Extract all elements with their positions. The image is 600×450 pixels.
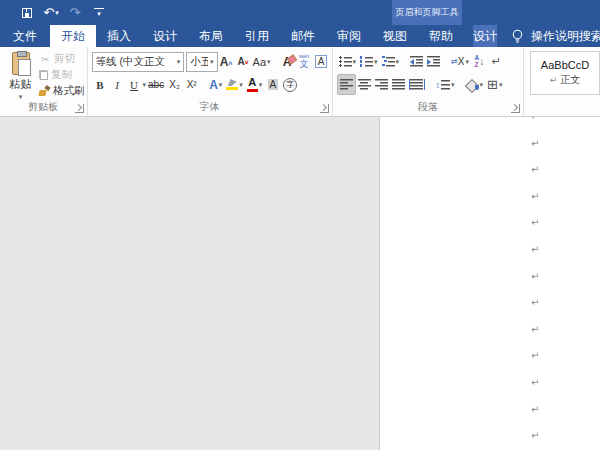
multilevel-list-button[interactable]: ▾ [380, 51, 402, 72]
clear-formatting-button[interactable]: A [279, 51, 296, 72]
line-spacing-icon: ↕ [436, 79, 451, 90]
distribute-button[interactable] [407, 74, 427, 95]
font-group-label: 字体 [88, 100, 332, 116]
character-border-button[interactable]: A [313, 51, 330, 72]
font-name-dropdown-icon: ▾ [177, 58, 181, 65]
contextual-tab-group-header: 页眉和页脚工具 [392, 0, 462, 25]
tab-home[interactable]: 开始 [50, 25, 96, 47]
tab-file[interactable]: 文件 [0, 25, 50, 47]
tab-mailings[interactable]: 邮件 [280, 25, 326, 47]
increase-indent-icon [427, 56, 440, 67]
paragraph-mark: ↵ [531, 192, 539, 202]
redo-icon: ↷ [70, 6, 81, 19]
title-bar: ↶▾ ↷ ▾ 页眉和页脚工具 [0, 0, 600, 25]
scissors-icon: ✂ [39, 54, 51, 65]
paragraph-mark: ↵ [531, 272, 539, 282]
tab-view[interactable]: 视图 [372, 25, 418, 47]
ribbon: 粘贴 ▾ ✂剪切 复制 格式刷 剪贴板 等线 (中文正文▾ 小五▾ A˄ A˅ [0, 47, 600, 117]
tab-layout[interactable]: 布局 [188, 25, 234, 47]
italic-button[interactable]: I [109, 74, 126, 95]
shading-button[interactable]: ▾ [464, 74, 486, 95]
tab-help[interactable]: 帮助 [418, 25, 464, 47]
undo-icon: ↶ [43, 6, 54, 19]
font-name-combobox[interactable]: 等线 (中文正文▾ [92, 52, 185, 72]
decrease-indent-button[interactable] [408, 51, 425, 72]
justify-button[interactable] [390, 74, 407, 95]
subscript-button[interactable]: X₂ [166, 74, 183, 95]
tab-headerfooter-design[interactable]: 设计 [473, 25, 497, 47]
clipboard-group: 粘贴 ▾ ✂剪切 复制 格式刷 剪贴板 [0, 47, 88, 116]
font-size-combobox[interactable]: 小五▾ [186, 52, 217, 72]
phonetic-guide-icon: wén文 [299, 54, 309, 69]
text-effects-button[interactable]: A▾ [207, 74, 224, 95]
paragraph-mark: ↵ [531, 139, 539, 149]
qat-customize-button[interactable]: ▾ [88, 2, 110, 23]
undo-dropdown-icon[interactable]: ▾ [55, 9, 59, 17]
paste-dropdown-icon[interactable]: ▾ [19, 93, 23, 100]
highlight-icon [226, 79, 238, 90]
font-color-button[interactable]: A▾ [245, 74, 265, 95]
ribbon-tab-bar: 文件 开始 插入 设计 布局 引用 邮件 审阅 视图 帮助 设计 操作说明搜索 [0, 25, 600, 47]
character-shading-button[interactable]: A [264, 74, 281, 95]
paste-label: 粘贴 [10, 77, 32, 92]
distribute-icon [409, 79, 425, 90]
cut-button[interactable]: ✂剪切 [39, 51, 85, 67]
document-area[interactable]: ↵↵↵↵↵↵↵↵↵↵↵↵↵ [0, 117, 600, 450]
increase-indent-button[interactable] [425, 51, 442, 72]
sort-icon: AZ↓ [475, 55, 485, 68]
highlight-color-button[interactable]: ▾ [224, 74, 245, 95]
tab-references[interactable]: 引用 [234, 25, 280, 47]
asian-layout-button[interactable]: ⇄X▾ [449, 51, 471, 72]
redo-button[interactable]: ↷ [64, 2, 86, 23]
bullets-button[interactable]: ▾ [337, 51, 359, 72]
borders-button[interactable]: ⊞▾ [485, 74, 504, 95]
paragraph-mark: ↵ [531, 405, 539, 415]
paste-button[interactable]: 粘贴 ▾ [2, 50, 39, 100]
change-case-icon: Aa [253, 56, 266, 68]
phonetic-guide-button[interactable]: wén文 [296, 51, 313, 72]
superscript-button[interactable]: X² [183, 74, 200, 95]
paragraph-mark: ↵ [531, 218, 539, 228]
lightbulb-icon [511, 29, 524, 44]
sort-button[interactable]: AZ↓ [471, 51, 488, 72]
shading-bucket-icon [466, 79, 479, 91]
tab-review[interactable]: 审阅 [326, 25, 372, 47]
paragraph-dialog-launcher[interactable] [511, 104, 520, 113]
clipboard-dialog-launcher[interactable] [75, 104, 84, 113]
undo-button[interactable]: ↶▾ [40, 2, 62, 23]
shrink-font-button[interactable]: A˅ [235, 51, 252, 72]
copy-label: 复制 [51, 68, 72, 82]
paragraph-mark: ↵ [531, 378, 539, 388]
paragraph-mark: ↵ [531, 245, 539, 255]
show-hide-marks-button[interactable]: ↵ [488, 51, 505, 72]
bullets-icon [339, 56, 352, 67]
grow-font-button[interactable]: A˄ [218, 51, 235, 72]
tab-insert[interactable]: 插入 [96, 25, 142, 47]
numbering-button[interactable]: ▾ [358, 51, 380, 72]
paragraph-group: ▾ ▾ ▾ ⇄X▾ AZ↓ ↵ [333, 47, 525, 116]
underline-button[interactable]: U [126, 74, 143, 95]
align-right-button[interactable] [373, 74, 390, 95]
tell-me-search[interactable]: 操作说明搜索 [511, 25, 600, 47]
line-spacing-button[interactable]: ↕▾ [434, 74, 457, 95]
numbering-icon [360, 56, 373, 67]
strikethrough-button[interactable]: abc [146, 74, 166, 95]
format-painter-button[interactable]: 格式刷 [39, 83, 85, 99]
copy-button[interactable]: 复制 [39, 67, 85, 83]
paragraph-mark: ↵ [531, 431, 539, 441]
tab-design[interactable]: 设计 [142, 25, 188, 47]
save-button[interactable] [16, 2, 38, 23]
clear-formatting-icon: A [283, 55, 292, 69]
asian-layout-icon: ⇄X [451, 56, 464, 67]
font-dialog-launcher[interactable] [320, 104, 329, 113]
justify-icon [392, 79, 405, 90]
clipboard-actions: ✂剪切 复制 格式刷 [39, 50, 85, 100]
decrease-indent-icon [410, 56, 423, 67]
enclose-characters-button[interactable]: 字 [281, 74, 299, 95]
align-center-button[interactable] [356, 74, 373, 95]
bold-button[interactable]: B [92, 74, 109, 95]
style-normal-card[interactable]: AaBbCcD ↵ 正文 [530, 51, 600, 95]
document-page[interactable]: ↵↵↵↵↵↵↵↵↵↵↵↵↵ [379, 117, 600, 450]
change-case-button[interactable]: Aa▾ [252, 51, 272, 72]
align-left-button[interactable] [337, 74, 356, 95]
